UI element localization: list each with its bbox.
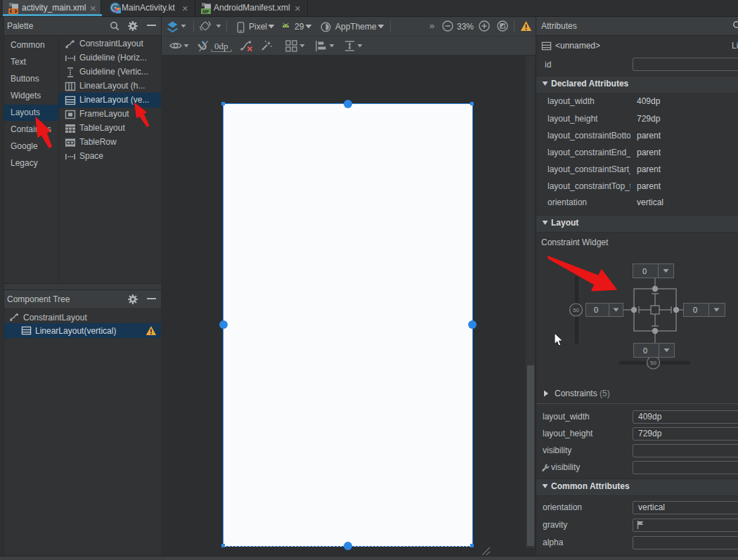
svg-text:0: 0 xyxy=(643,346,647,355)
svg-text:MF: MF xyxy=(202,9,209,14)
svg-text:0: 0 xyxy=(693,306,697,314)
svg-text:50: 50 xyxy=(650,360,656,366)
svg-text:0: 0 xyxy=(594,306,598,314)
svg-text:0: 0 xyxy=(642,267,647,275)
svg-text:50: 50 xyxy=(573,307,579,313)
